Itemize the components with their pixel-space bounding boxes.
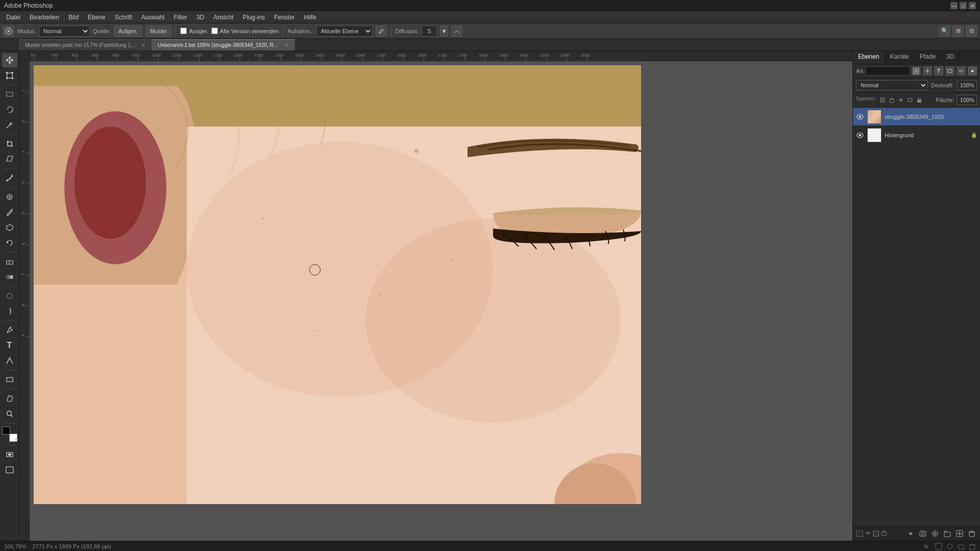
status-layer-icon[interactable] <box>958 543 965 550</box>
magic-wand-tool[interactable] <box>2 118 17 132</box>
fx-icon[interactable]: fx <box>924 543 931 550</box>
dodge-tool[interactable] <box>2 304 17 318</box>
screen-mode-icon[interactable]: ⊞ <box>952 26 964 37</box>
status-mask-icon[interactable] <box>946 543 953 550</box>
muster-button[interactable]: Muster <box>145 26 172 37</box>
minimize-button[interactable]: — <box>950 2 958 9</box>
canvas-area[interactable]: 50 750 800 850 900 950 1000 1050 1100 11… <box>19 51 852 541</box>
crop-tool[interactable] <box>2 137 17 151</box>
tab-pattern-close[interactable]: ✕ <box>140 42 146 48</box>
filter-pixel-icon[interactable] <box>912 66 921 76</box>
menu-bearbeiten[interactable]: Bearbeiten <box>26 13 63 22</box>
search-icon[interactable]: 🔍 <box>939 26 950 37</box>
new-layer-btn[interactable] <box>954 529 965 539</box>
tab-image-close[interactable]: ✕ <box>283 42 289 48</box>
heal-tool[interactable] <box>2 190 17 204</box>
perspective-crop-tool[interactable] <box>2 152 17 166</box>
shape-tool[interactable] <box>2 372 17 387</box>
swap-colors-icon[interactable]: ⇌ <box>15 437 18 442</box>
pen-icon[interactable] <box>376 26 387 37</box>
layer-hintergrund[interactable]: Hintergrund 🔒 <box>853 126 980 144</box>
fill-input[interactable] <box>957 95 977 105</box>
lasso-tool[interactable] <box>2 103 17 117</box>
aufgen-button[interactable]: Aufgen. <box>114 26 142 37</box>
canvas-content[interactable] <box>30 61 852 541</box>
add-mask-btn[interactable] <box>918 529 928 539</box>
foreground-color[interactable] <box>2 427 10 435</box>
add-adjustment-btn[interactable] <box>930 529 940 539</box>
history-brush-tool[interactable] <box>2 236 17 250</box>
ausger-checkbox[interactable]: Ausger. <box>180 28 208 34</box>
blend-mode-select[interactable]: Normal Aufhellen Abdunkeln Multipliziere… <box>856 80 928 90</box>
brush-tool[interactable] <box>2 205 17 219</box>
layer-hintergrund-visibility[interactable] <box>856 131 864 139</box>
close-button[interactable]: ✕ <box>969 2 976 9</box>
path-selection-tool[interactable] <box>2 354 17 368</box>
lock-all-btn[interactable] <box>915 96 923 104</box>
add-layer-style-btn[interactable] <box>905 529 916 539</box>
brush-preset-icon[interactable] <box>451 26 462 37</box>
lock-position-btn[interactable] <box>897 96 905 104</box>
filter-adjustment-icon[interactable] <box>923 66 932 76</box>
alte-version-checkbox[interactable]: Alte Version verwenden <box>211 28 279 34</box>
marquee-tool[interactable] <box>2 87 17 102</box>
color-selector[interactable]: ⇌ <box>2 427 17 442</box>
svg-text:1600: 1600 <box>397 53 406 58</box>
image-canvas[interactable] <box>34 65 641 504</box>
menu-hilfe[interactable]: Hilfe <box>300 13 321 22</box>
filter-shape-icon[interactable] <box>945 66 954 76</box>
lock-artboard-btn[interactable] <box>906 96 914 104</box>
menu-ansicht[interactable]: Ansicht <box>209 13 237 22</box>
type-tool[interactable]: T <box>2 338 17 353</box>
tab-3d[interactable]: 3D <box>941 51 960 64</box>
tab-image[interactable]: Unbenannt-1 bei 109% (struggle-3805349_1… <box>152 39 295 51</box>
zoom-tool[interactable] <box>2 407 17 421</box>
menu-bild[interactable]: Bild <box>64 13 83 22</box>
add-group-btn[interactable] <box>942 529 952 539</box>
eraser-tool[interactable] <box>2 255 17 269</box>
screen-mode-tool[interactable] <box>2 463 17 477</box>
blur-tool[interactable] <box>2 289 17 303</box>
tab-pfade[interactable]: Pfade <box>915 51 941 64</box>
diffusion-input[interactable] <box>422 26 437 37</box>
menu-3d[interactable]: 3D <box>192 13 208 22</box>
delete-layer-btn[interactable] <box>967 529 977 539</box>
tab-pattern[interactable]: Muster erstellen.psdc bei 15,7% (Farbfül… <box>19 39 152 51</box>
diffusion-dropdown[interactable]: ▼ <box>440 26 448 37</box>
gradient-tool[interactable] <box>2 270 17 284</box>
menu-datei[interactable]: Datei <box>2 13 24 22</box>
lock-image-btn[interactable] <box>888 96 896 104</box>
artboard-tool[interactable] <box>2 68 17 83</box>
filter-smart-icon[interactable] <box>957 66 966 76</box>
menu-plugins[interactable]: Plug-ins <box>239 13 269 22</box>
svg-text:5: 5 <box>21 212 26 214</box>
menu-filter[interactable]: Filter <box>169 13 191 22</box>
aufnahm-select[interactable]: Aktuelle Ebene Alle Ebenen <box>316 26 373 37</box>
mode-select[interactable]: Normal Aufhellen Abdunkeln Multipliziere… <box>39 26 90 37</box>
tab-ebenen[interactable]: Ebenen <box>853 51 885 64</box>
lock-transparent-btn[interactable] <box>878 96 887 104</box>
pen-tool[interactable] <box>2 323 17 337</box>
opacity-label: Deckraft: <box>931 82 953 88</box>
status-delete-icon[interactable] <box>969 543 976 550</box>
menu-schrift[interactable]: Schrift <box>111 13 136 22</box>
filter-toggle[interactable]: ● <box>968 66 977 76</box>
status-adjust-icon[interactable] <box>935 543 942 550</box>
eyedropper-tool[interactable] <box>2 171 17 185</box>
clone-stamp-tool[interactable] <box>2 220 17 235</box>
menu-fenster[interactable]: Fenster <box>270 13 299 22</box>
hand-tool[interactable] <box>2 391 17 406</box>
tab-kanaele[interactable]: Kanäle <box>885 51 914 64</box>
mask-mode-tool[interactable] <box>2 447 17 462</box>
layer-struggle[interactable]: struggle-3805349_1920 <box>853 108 980 126</box>
filter-type-icon[interactable]: T <box>934 66 943 76</box>
move-tool[interactable] <box>2 53 17 67</box>
maximize-button[interactable]: □ <box>960 2 967 9</box>
menu-auswahl[interactable]: Auswahl <box>137 13 168 22</box>
opacity-input[interactable] <box>957 80 977 90</box>
menu-ebene[interactable]: Ebene <box>84 13 110 22</box>
layer-struggle-visibility[interactable] <box>856 113 864 121</box>
window-controls: — □ ✕ <box>950 2 976 9</box>
svg-rect-134 <box>917 99 921 103</box>
arrange-icon[interactable]: ⊟ <box>966 26 977 37</box>
